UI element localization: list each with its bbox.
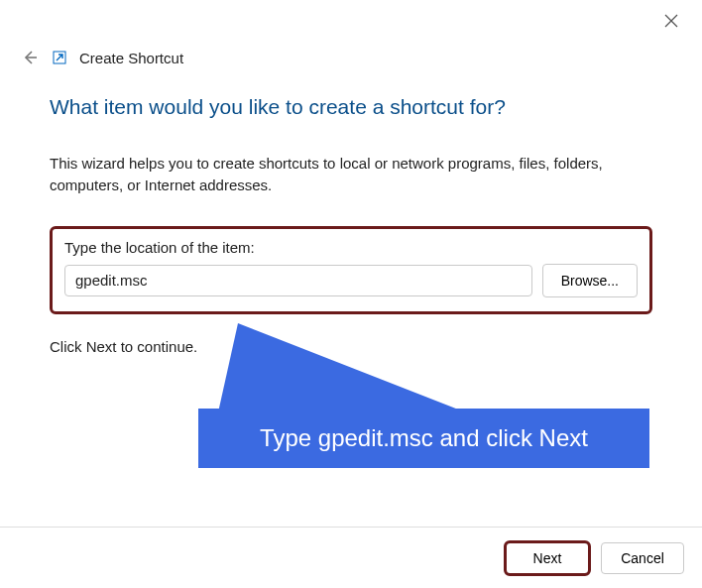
input-row: Browse... — [64, 264, 638, 297]
wizard-footer: Next Cancel — [0, 527, 702, 588]
arrow-left-icon — [21, 49, 39, 66]
wizard-content: What item would you like to create a sho… — [0, 67, 702, 355]
wizard-header: Create Shortcut — [0, 0, 702, 67]
shortcut-icon — [52, 50, 67, 65]
close-button[interactable] — [664, 14, 682, 32]
browse-button[interactable]: Browse... — [542, 264, 638, 297]
next-button[interactable]: Next — [506, 542, 589, 574]
wizard-description: This wizard helps you to create shortcut… — [50, 153, 652, 196]
continue-hint: Click Next to continue. — [50, 338, 652, 355]
page-heading: What item would you like to create a sho… — [50, 95, 652, 119]
callout-text: Type gpedit.msc and click Next — [198, 409, 649, 468]
back-button[interactable] — [20, 48, 40, 67]
input-highlight-annotation: Type the location of the item: Browse... — [50, 226, 652, 314]
wizard-title: Create Shortcut — [79, 50, 183, 66]
location-label: Type the location of the item: — [64, 239, 638, 256]
cancel-button[interactable]: Cancel — [601, 542, 684, 574]
location-input[interactable] — [64, 265, 532, 296]
create-shortcut-wizard: Create Shortcut What item would you like… — [0, 0, 702, 588]
close-icon — [664, 14, 678, 28]
